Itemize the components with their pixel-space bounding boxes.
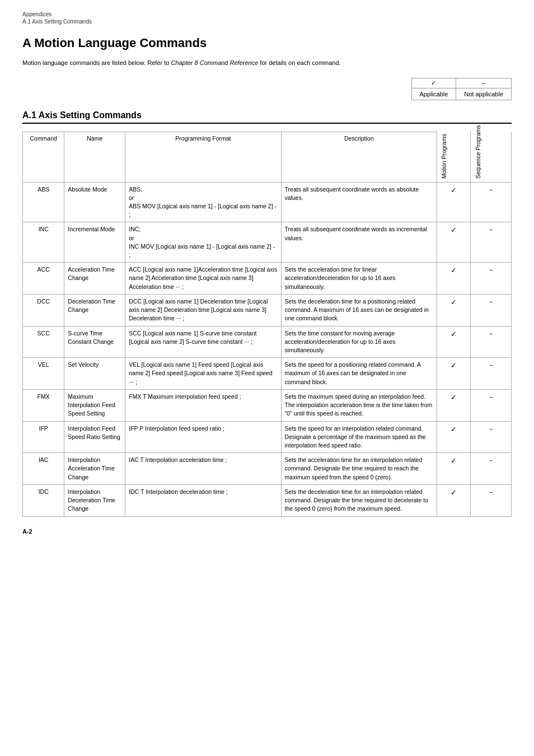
- cell-command: FMX: [23, 389, 64, 421]
- table-row: IACInterpolation Acceleration Time Chang…: [23, 453, 512, 485]
- cell-name: Incremental Mode: [64, 222, 125, 263]
- table-row: FMXMaximum Interpolation Feed Speed Sett…: [23, 389, 512, 421]
- cell-sequence: –: [471, 326, 512, 358]
- cell-command: IFP: [23, 421, 64, 453]
- cell-description: Sets the speed for a positioning related…: [281, 358, 437, 390]
- legend-not-applicable-label: Not applicable: [456, 88, 512, 100]
- cell-name: Interpolation Feed Speed Ratio Setting: [64, 421, 125, 453]
- cell-name: Deceleration Time Change: [64, 294, 125, 326]
- legend-table: ✓ – Applicable Not applicable: [411, 78, 512, 100]
- page-title: A Motion Language Commands: [22, 36, 512, 50]
- legend-container: ✓ – Applicable Not applicable: [22, 78, 512, 100]
- cell-command: ABS: [23, 182, 64, 222]
- cell-format: FMX T Maximum interpolation feed speed ;: [125, 389, 281, 421]
- cell-description: Sets the acceleration time for an interp…: [281, 453, 437, 485]
- cell-format: INC; or INC MOV [Logical axis name 1] - …: [125, 222, 281, 263]
- section-title: A.1 Axis Setting Commands: [22, 110, 512, 124]
- cell-format: ACC [Logical axis name 1]Acceleration ti…: [125, 263, 281, 295]
- cell-sequence: –: [471, 421, 512, 453]
- cell-command: ACC: [23, 263, 64, 295]
- cell-motion: ✓: [437, 294, 471, 326]
- cell-command: INC: [23, 222, 64, 263]
- cell-description: Sets the deceleration time for an interp…: [281, 484, 437, 516]
- cell-name: Set Velocity: [64, 358, 125, 390]
- cell-motion: ✓: [437, 484, 471, 516]
- cell-format: VEL [Logical axis name 1] Feed speed [Lo…: [125, 358, 281, 390]
- cell-sequence: –: [471, 263, 512, 295]
- legend-dash-symbol: –: [456, 78, 512, 88]
- header-name: Name: [64, 132, 125, 182]
- cell-sequence: –: [471, 484, 512, 516]
- cell-motion: ✓: [437, 421, 471, 453]
- cell-sequence: –: [471, 294, 512, 326]
- legend-applicable-label: Applicable: [411, 88, 456, 100]
- header-sequence: Sequence Programs: [471, 132, 512, 182]
- page-footer: A-2: [22, 528, 512, 535]
- cell-name: S-curve Time Constant Change: [64, 326, 125, 358]
- header-description: Description: [281, 132, 437, 182]
- cell-command: IDC: [23, 484, 64, 516]
- table-row: ABSAbsolute ModeABS; or ABS MOV [Logical…: [23, 182, 512, 222]
- breadcrumb-top: Appendices: [22, 11, 512, 17]
- table-row: IDCInterpolation Deceleration Time Chang…: [23, 484, 512, 516]
- cell-command: VEL: [23, 358, 64, 390]
- cell-sequence: –: [471, 389, 512, 421]
- table-row: VELSet VelocityVEL [Logical axis name 1]…: [23, 358, 512, 390]
- cell-motion: ✓: [437, 358, 471, 390]
- breadcrumb-sub: A.1 Axis Setting Commands: [22, 18, 512, 25]
- cell-command: DCC: [23, 294, 64, 326]
- cell-command: IAC: [23, 453, 64, 485]
- intro-text2: for details on each command.: [258, 59, 340, 66]
- cell-name: Absolute Mode: [64, 182, 125, 222]
- cell-description: Sets the acceleration time for linear ac…: [281, 263, 437, 295]
- cell-description: Sets the maximum speed during an interpo…: [281, 389, 437, 421]
- cell-description: Sets the deceleration time for a positio…: [281, 294, 437, 326]
- legend-check-symbol: ✓: [411, 78, 456, 88]
- table-row: INCIncremental ModeINC; or INC MOV [Logi…: [23, 222, 512, 263]
- cell-sequence: –: [471, 222, 512, 263]
- header-format: Programming Format: [125, 132, 281, 182]
- cell-format: DCC [Logical axis name 1] Deceleration t…: [125, 294, 281, 326]
- cell-motion: ✓: [437, 222, 471, 263]
- cell-format: IFP P Interpolation feed speed ratio ;: [125, 421, 281, 453]
- cell-description: Treats all subsequent coordinate words a…: [281, 182, 437, 222]
- cell-format: IDC T Interpolation deceleration time ;: [125, 484, 281, 516]
- table-row: SCCS-curve Time Constant ChangeSCC [Logi…: [23, 326, 512, 358]
- cell-motion: ✓: [437, 182, 471, 222]
- cell-name: Acceleration Time Change: [64, 263, 125, 295]
- cell-command: SCC: [23, 326, 64, 358]
- cell-sequence: –: [471, 182, 512, 222]
- header-command: Command: [23, 132, 64, 182]
- cell-sequence: –: [471, 358, 512, 390]
- cell-description: Sets the speed for an interpolation rela…: [281, 421, 437, 453]
- cell-motion: ✓: [437, 263, 471, 295]
- cell-format: ABS; or ABS MOV [Logical axis name 1] - …: [125, 182, 281, 222]
- table-row: ACCAcceleration Time ChangeACC [Logical …: [23, 263, 512, 295]
- cell-motion: ✓: [437, 326, 471, 358]
- cell-name: Interpolation Deceleration Time Change: [64, 484, 125, 516]
- cell-motion: ✓: [437, 389, 471, 421]
- cell-sequence: –: [471, 453, 512, 485]
- cell-description: Treats all subsequent coordinate words a…: [281, 222, 437, 263]
- cell-name: Maximum Interpolation Feed Speed Setting: [64, 389, 125, 421]
- cell-motion: ✓: [437, 453, 471, 485]
- cell-format: SCC [Logical axis name 1] S-curve time c…: [125, 326, 281, 358]
- table-row: IFPInterpolation Feed Speed Ratio Settin…: [23, 421, 512, 453]
- header-motion: Motion Programs: [437, 132, 471, 182]
- cell-name: Interpolation Acceleration Time Change: [64, 453, 125, 485]
- cell-format: IAC T Interpolation acceleration time ;: [125, 453, 281, 485]
- intro-text1: Motion language commands are listed belo…: [22, 59, 171, 66]
- intro-text: Motion language commands are listed belo…: [22, 58, 512, 68]
- table-row: DCCDeceleration Time ChangeDCC [Logical …: [23, 294, 512, 326]
- commands-table: Command Name Programming Format Descript…: [22, 132, 512, 517]
- intro-italic: Chapter 8 Command Reference: [171, 59, 258, 66]
- cell-description: Sets the time constant for moving averag…: [281, 326, 437, 358]
